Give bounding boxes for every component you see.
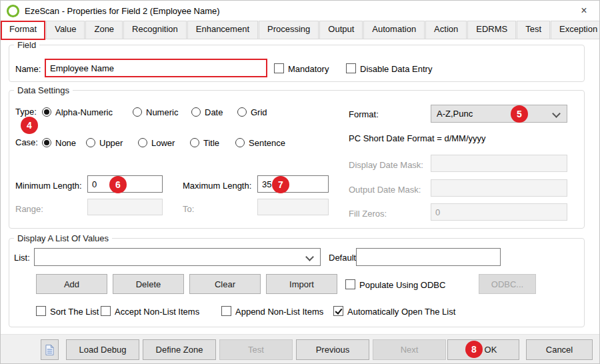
type-option-label: Alpha-Numeric bbox=[55, 107, 113, 117]
close-icon: × bbox=[581, 5, 587, 17]
debug-log-button[interactable] bbox=[41, 339, 59, 360]
maximum-length-label: Maximum Length: bbox=[183, 181, 251, 191]
to-input bbox=[257, 199, 329, 215]
sort-list-label: Sort The List bbox=[50, 307, 99, 317]
mandatory-label: Mandatory bbox=[288, 64, 329, 74]
append-non-list-label: Append Non-List Items bbox=[235, 307, 323, 317]
field-name-input[interactable] bbox=[45, 59, 267, 77]
type-radio-grid[interactable] bbox=[237, 107, 247, 117]
test-button: Test bbox=[219, 339, 293, 360]
display-date-mask-input bbox=[431, 155, 567, 172]
format-label: Format: bbox=[349, 109, 379, 119]
tab-exception[interactable]: Exception bbox=[551, 21, 600, 39]
tab-processing[interactable]: Processing bbox=[259, 21, 319, 39]
output-date-mask-label: Output Date Mask: bbox=[349, 185, 421, 195]
cancel-button[interactable]: Cancel bbox=[526, 339, 593, 360]
type-radio-alpha-numeric[interactable] bbox=[42, 107, 51, 117]
tab-enhancement[interactable]: Enhancement bbox=[187, 21, 258, 39]
format-dropdown-value: A-Z,Punc bbox=[437, 109, 473, 119]
annotation-badge-8: 8 bbox=[465, 341, 483, 358]
case-radio-sentence[interactable] bbox=[235, 138, 245, 147]
delete-button[interactable]: Delete bbox=[113, 274, 184, 294]
sort-list-checkbox[interactable] bbox=[36, 306, 46, 316]
display-date-mask-label: Display Date Mask: bbox=[349, 160, 423, 170]
properties-dialog: EzeScan - Properties for Field 2 (Employ… bbox=[0, 0, 600, 364]
annotation-badge-6: 6 bbox=[109, 176, 127, 193]
load-debug-button[interactable]: Load Debug bbox=[66, 339, 139, 360]
tab-action[interactable]: Action bbox=[425, 21, 467, 39]
clear-button[interactable]: Clear bbox=[189, 274, 261, 294]
type-label: Type: bbox=[15, 107, 37, 117]
annotation-badge-5: 5 bbox=[511, 105, 528, 123]
to-label: To: bbox=[183, 204, 194, 214]
type-radio-date[interactable] bbox=[191, 107, 201, 117]
title-bar: EzeScan - Properties for Field 2 (Employ… bbox=[1, 1, 599, 21]
chevron-down-icon bbox=[552, 109, 561, 118]
populate-odbc-checkbox[interactable] bbox=[345, 279, 355, 289]
case-option-label: Upper bbox=[99, 138, 123, 148]
data-settings-legend: Data Settings bbox=[14, 85, 73, 95]
next-button: Next bbox=[373, 339, 446, 360]
list-dropdown[interactable] bbox=[34, 248, 321, 266]
tab-test[interactable]: Test bbox=[517, 21, 550, 39]
tab-recognition[interactable]: Recognition bbox=[123, 21, 187, 39]
field-legend: Field bbox=[14, 40, 39, 50]
tab-output[interactable]: Output bbox=[319, 21, 363, 39]
type-radio-numeric[interactable] bbox=[133, 107, 142, 117]
tab-strip: Format Value Zone Recognition Enhancemen… bbox=[1, 21, 599, 39]
type-option-label: Grid bbox=[251, 107, 267, 117]
case-radio-upper[interactable] bbox=[86, 138, 95, 147]
maximum-length-input[interactable] bbox=[257, 175, 329, 193]
tab-automation[interactable]: Automation bbox=[363, 21, 425, 39]
annotation-badge-7: 7 bbox=[272, 176, 289, 193]
add-button[interactable]: Add bbox=[36, 274, 107, 294]
append-non-list-checkbox[interactable] bbox=[221, 306, 231, 316]
auto-open-list-label: Automatically Open The List bbox=[347, 307, 455, 317]
type-option-label: Date bbox=[205, 107, 223, 117]
fill-zeros-label: Fill Zeros: bbox=[349, 209, 387, 219]
case-option-label: Title bbox=[203, 138, 219, 148]
case-label: Case: bbox=[15, 137, 38, 147]
disable-data-entry-label: Disable Data Entry bbox=[360, 64, 432, 74]
ezescan-logo-icon bbox=[7, 5, 19, 17]
populate-odbc-label: Populate Using ODBC bbox=[359, 280, 445, 290]
range-label: Range: bbox=[15, 204, 43, 214]
tab-value[interactable]: Value bbox=[46, 21, 85, 39]
window-title: EzeScan - Properties for Field 2 (Employ… bbox=[25, 6, 220, 16]
chevron-down-icon bbox=[305, 253, 314, 261]
name-label: Name: bbox=[15, 64, 41, 74]
annotation-badge-4: 4 bbox=[21, 117, 38, 134]
case-option-label: None bbox=[55, 138, 76, 148]
minimum-length-label: Minimum Length: bbox=[15, 181, 82, 191]
default-input[interactable] bbox=[356, 248, 501, 266]
mandatory-checkbox[interactable] bbox=[274, 63, 284, 73]
format-dropdown[interactable]: A-Z,Punc bbox=[431, 105, 567, 123]
accept-non-list-checkbox[interactable] bbox=[101, 306, 111, 316]
define-zone-button[interactable]: Define Zone bbox=[143, 339, 216, 360]
odbc-button: ODBC... bbox=[479, 274, 536, 294]
list-values-legend: Display A List Of Values bbox=[14, 233, 112, 243]
default-label: Default: bbox=[329, 253, 359, 263]
type-option-label: Numeric bbox=[146, 107, 178, 117]
case-radio-none[interactable] bbox=[42, 138, 51, 147]
pc-short-date-text: PC Short Date Format = d/MM/yyyy bbox=[349, 133, 486, 143]
tab-edrms[interactable]: EDRMS bbox=[467, 21, 516, 39]
list-label: List: bbox=[14, 253, 30, 263]
tab-format[interactable]: Format bbox=[1, 21, 45, 40]
document-icon bbox=[45, 344, 54, 356]
case-option-label: Lower bbox=[151, 138, 175, 148]
case-radio-title[interactable] bbox=[190, 138, 199, 147]
disable-data-entry-checkbox[interactable] bbox=[346, 63, 356, 73]
auto-open-list-checkbox[interactable] bbox=[333, 306, 343, 316]
ok-button[interactable]: OK bbox=[447, 339, 519, 360]
previous-button[interactable]: Previous bbox=[296, 339, 369, 360]
case-radio-lower[interactable] bbox=[138, 138, 147, 147]
close-button[interactable]: × bbox=[573, 1, 595, 21]
accept-non-list-label: Accept Non-List Items bbox=[115, 307, 199, 317]
output-date-mask-input bbox=[431, 179, 567, 197]
case-option-label: Sentence bbox=[249, 138, 285, 148]
fill-zeros-input bbox=[431, 203, 567, 221]
tab-zone[interactable]: Zone bbox=[85, 21, 123, 39]
range-input bbox=[87, 199, 163, 215]
import-button[interactable]: Import bbox=[266, 274, 337, 294]
